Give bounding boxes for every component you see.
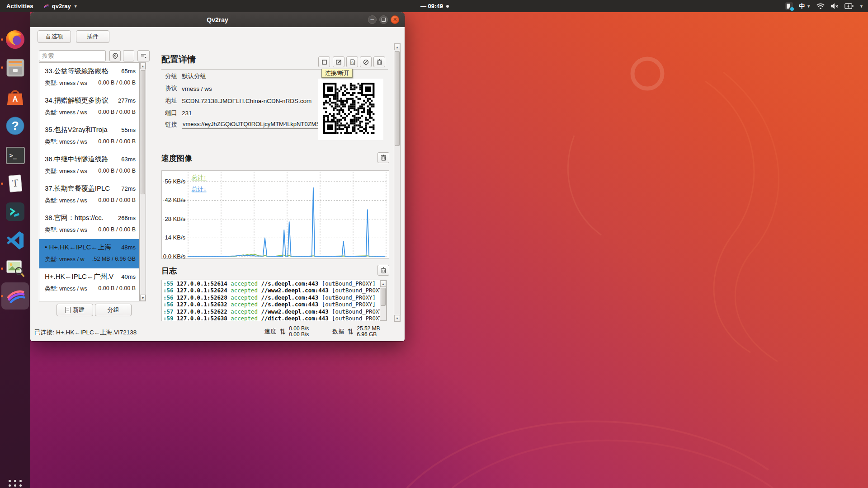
server-list-item[interactable]: H+.HK←IPLC←广州.V40ms类型: vmess / ws0.00 B … (39, 268, 139, 298)
log-line: :56 127.0.0.1:52624 accepted //www2.deep… (162, 287, 387, 294)
ime-switcher[interactable]: 中 ▼ (799, 2, 811, 10)
system-tray[interactable]: 中 ▼ ▼ (785, 0, 863, 12)
server-title: 37.长期套餐覆盖IPLC (45, 184, 119, 193)
trash-icon (381, 267, 387, 273)
image-viewer-icon (5, 259, 26, 279)
server-title: 36.中继中转隧道线路 (45, 155, 119, 164)
minimize-button[interactable]: ─ (368, 15, 377, 24)
clock[interactable]: — 09:49 (420, 0, 449, 12)
dock-item-text-editor[interactable]: T (4, 173, 26, 195)
search-input[interactable] (39, 50, 106, 61)
scroll-down-button[interactable]: ▼ (394, 315, 400, 321)
location-pin-icon (113, 53, 118, 59)
log-line: :55 127.0.0.1:52614 accepted //s.deepl.c… (162, 280, 387, 287)
server-list[interactable]: 33.公益等级線路嚴格65ms类型: vmess / ws0.00 B / 0.… (39, 62, 140, 301)
title-bar[interactable]: Qv2ray ─ ✕ (30, 12, 405, 27)
new-config-button[interactable]: 新建 (57, 304, 93, 316)
server-data-usage: 0.00 B / 0.00 B (98, 109, 136, 117)
dock-item-files[interactable] (4, 56, 26, 79)
up-down-arrows-icon: ⇅ (279, 327, 286, 337)
svg-text:?: ? (11, 119, 19, 132)
log-output[interactable]: :55 127.0.0.1:52614 accepted //s.deepl.c… (161, 280, 387, 321)
dock-item-qv2ray[interactable] (4, 285, 26, 307)
ubuntu-software-icon: A (5, 87, 25, 108)
speed-status: 速度 ⇅ 0.00 B/s 0.00 B/s (264, 326, 309, 338)
sort-button[interactable] (137, 50, 150, 61)
svg-text:0.0 KB/s: 0.0 KB/s (163, 253, 186, 258)
server-type: 类型: vmess / ws (45, 138, 87, 146)
activities-button[interactable]: Activities (6, 3, 33, 9)
preferences-button[interactable]: 首选项 (38, 30, 71, 43)
circle-slash-icon (363, 59, 369, 65)
running-indicator (1, 38, 3, 41)
server-list-item[interactable]: 35.包括V2ray和Troja55ms类型: vmess / ws0.00 B… (39, 122, 139, 151)
log-scrollbar[interactable]: ▲ (380, 280, 387, 321)
dock-item-help[interactable]: ? (4, 115, 26, 137)
panel-scrollbar[interactable]: ▲ ▼ (394, 43, 401, 322)
clear-graph-button[interactable] (377, 152, 389, 163)
server-type: 类型: vmess / ws (45, 197, 87, 205)
edit-json-button[interactable]: {;} (346, 56, 358, 67)
app-menu[interactable]: qv2ray ▼ (43, 3, 78, 9)
server-list-item[interactable]: 37.长期套餐覆盖IPLC72ms类型: vmess / ws0.00 B / … (39, 180, 139, 210)
dock-item-firefox[interactable] (4, 28, 26, 51)
show-applications-button[interactable] (8, 479, 22, 488)
test-latency-button[interactable] (360, 56, 372, 67)
legend-total-down[interactable]: 总计↓ (191, 186, 207, 192)
plugins-button[interactable]: 插件 (76, 30, 109, 43)
desktop: Activities qv2ray ▼ — 09:49 中 ▼ (0, 0, 868, 488)
volume-muted-icon (830, 3, 839, 9)
group-button[interactable]: 分组 (95, 304, 132, 316)
server-list-scrollbar[interactable]: ▲ ▼ (140, 62, 146, 301)
close-button[interactable]: ✕ (391, 15, 399, 24)
server-data-usage: 0.00 B / 0.00 B (98, 168, 136, 175)
scroll-up-button[interactable]: ▲ (394, 44, 400, 50)
scrollbar-thumb[interactable] (381, 288, 386, 306)
server-data-usage: 0.00 B / 0.00 B (98, 138, 136, 146)
connect-disconnect-button[interactable] (318, 56, 330, 67)
svg-text:56 KB/s: 56 KB/s (165, 178, 185, 185)
firefox-icon (5, 29, 26, 50)
server-list-item[interactable]: 36.中继中转隧道线路63ms类型: vmess / ws0.00 B / 0.… (39, 151, 139, 180)
legend-total-up[interactable]: 总计↑ (191, 174, 207, 181)
dock-item-tabby[interactable] (4, 201, 26, 223)
server-list-item[interactable]: 33.公益等级線路嚴格65ms类型: vmess / ws0.00 B / 0.… (39, 63, 139, 92)
blank-tool-button[interactable] (123, 50, 134, 61)
qv2ray-mini-icon (43, 3, 49, 9)
chevron-down-icon[interactable]: ▼ (859, 4, 863, 9)
server-title: 34.捐赠解锁更多协议 (45, 96, 116, 105)
dock-item-ubuntu-software[interactable]: A (4, 86, 26, 108)
field-value: 231 (182, 110, 192, 117)
maximize-button[interactable] (379, 15, 388, 24)
edit-config-button[interactable] (333, 56, 344, 67)
clear-log-button[interactable] (377, 265, 389, 276)
running-indicator (1, 66, 3, 69)
server-data-usage: .52 MB / 6.96 GB (92, 256, 136, 263)
qv2ray-window: Qv2ray ─ ✕ 首选项 插件 33.公益等级線路嚴格65ms类型: vme… (30, 12, 405, 341)
chevron-down-icon: ▼ (807, 4, 811, 9)
running-indicator (1, 183, 3, 185)
delete-config-button[interactable] (373, 56, 385, 67)
scrollbar-thumb[interactable] (395, 51, 400, 146)
scroll-up-button[interactable]: ▲ (380, 281, 386, 287)
dock-item-vscode[interactable] (4, 229, 26, 251)
scroll-down-button[interactable]: ▼ (140, 295, 146, 301)
input-method-panel-icon[interactable] (785, 2, 793, 10)
scrollbar-thumb[interactable] (141, 70, 145, 194)
scroll-up-button[interactable]: ▲ (140, 63, 146, 69)
server-list-item[interactable]: 34.捐赠解锁更多协议277ms类型: vmess / ws0.00 B / 0… (39, 92, 139, 122)
latency-test-button[interactable] (109, 50, 121, 61)
server-list-item[interactable]: 38.官网：https://cc.266ms类型: vmess / ws0.00… (39, 210, 139, 239)
data-down-value: 6.96 GB (357, 332, 380, 338)
field-label: 地址 (165, 97, 177, 105)
dock-item-terminal[interactable]: >_ (4, 144, 26, 166)
server-list-item[interactable]: • H+.HK←IPLC←上海48ms类型: vmess / w.52 MB /… (39, 239, 139, 268)
dock-item-image-viewer[interactable] (4, 258, 26, 280)
server-ping: 266ms (118, 215, 136, 221)
server-type: 类型: vmess / ws (45, 226, 87, 234)
server-list-item[interactable]: H+.HK←IPLC← (39, 298, 139, 301)
server-type: 类型: vmess / ws (45, 168, 87, 175)
running-indicator (1, 267, 3, 270)
server-title: • H+.HK←IPLC←上海 (45, 243, 119, 252)
trash-icon (381, 155, 387, 161)
